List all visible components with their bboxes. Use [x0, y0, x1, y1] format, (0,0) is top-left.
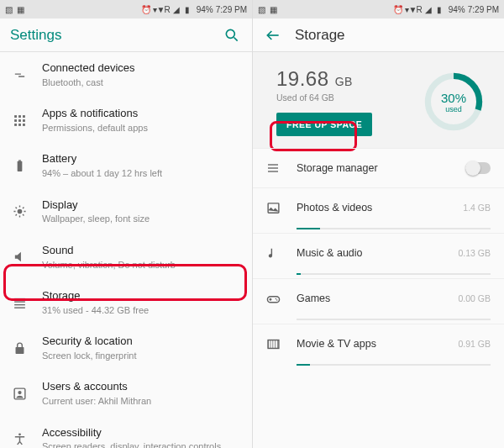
settings-row-sound[interactable]: SoundVolume, vibration, Do not disturb [0, 235, 252, 280]
lock-icon [10, 339, 29, 357]
storage-hero: 19.68 GB Used of 64 GB FREE UP SPACE 30%… [253, 52, 504, 148]
cat-size: 0.13 GB [458, 248, 491, 258]
cat-usage-bar [297, 364, 491, 366]
svg-rect-4 [23, 115, 25, 118]
svg-point-30 [275, 298, 276, 298]
roaming-indicator: R [417, 5, 423, 14]
svg-rect-15 [14, 301, 25, 302]
storage-title: Storage [295, 27, 494, 44]
settings-list: Connected devicesBluetooth, castApps & n… [0, 52, 252, 448]
ring-used-label: used [445, 105, 462, 113]
storage-manager-row[interactable]: Storage manager [253, 148, 504, 187]
cat-usage-bar [297, 319, 491, 320]
svg-rect-2 [14, 115, 17, 118]
usage-ring: 30% used [423, 71, 484, 132]
svg-rect-12 [18, 160, 21, 161]
row-sublabel: 31% used - 44.32 GB free [42, 304, 240, 316]
row-sublabel: Screen lock, fingerprint [42, 350, 240, 361]
battery-icon: ▮ [185, 5, 194, 14]
row-label: Sound [42, 244, 240, 258]
row-sublabel: Volume, vibration, Do not disturb [42, 259, 240, 271]
row-label: Display [42, 198, 240, 213]
row-sublabel: Bluetooth, cast [42, 76, 240, 88]
status-bar: ▧ ▦ ⏰ ▾▼ R ◢ ▮ 94% 7:29 PM [253, 0, 504, 18]
storage-cat-music[interactable]: Music & audio0.13 GB [253, 233, 504, 278]
storage-screen: ▧ ▦ ⏰ ▾▼ R ◢ ▮ 94% 7:29 PM Storage 19. [252, 0, 504, 448]
search-icon[interactable] [222, 25, 242, 45]
svg-point-31 [276, 299, 277, 300]
movie-icon [265, 335, 281, 352]
svg-rect-9 [18, 124, 21, 126]
svg-rect-29 [267, 296, 279, 302]
svg-point-13 [17, 209, 22, 214]
cat-label: Photos & videos [297, 202, 463, 213]
signal-icon: ▾▼ [405, 5, 414, 14]
clock: 7:29 PM [216, 5, 247, 14]
row-label: Battery [42, 152, 240, 166]
roaming-indicator: R [165, 5, 171, 14]
svg-rect-25 [268, 164, 278, 165]
settings-row-user[interactable]: Users & accountsCurrent user: Akhil Mith… [0, 371, 252, 416]
svg-rect-26 [268, 167, 278, 168]
settings-row-link[interactable]: Connected devicesBluetooth, cast [0, 52, 252, 98]
row-sublabel: Wallpaper, sleep, font size [42, 213, 240, 224]
used-number: 19.68 [276, 67, 329, 90]
storage-cat-movie[interactable]: Movie & TV apps0.91 GB [253, 324, 504, 369]
settings-row-brightness[interactable]: DisplayWallpaper, sleep, font size [0, 189, 252, 235]
settings-row-storage[interactable]: Storage31% used - 44.32 GB free [0, 280, 252, 325]
cat-size: 0.91 GB [458, 339, 491, 349]
music-icon [265, 245, 281, 261]
svg-rect-7 [23, 119, 25, 122]
svg-point-21 [18, 434, 21, 436]
settings-row-accessibility[interactable]: AccessibilityScreen readers, display, in… [0, 417, 252, 449]
storage-cat-photo[interactable]: Photos & videos1.4 GB [253, 187, 504, 233]
svg-rect-10 [23, 124, 25, 126]
settings-row-lock[interactable]: Security & locationScreen lock, fingerpr… [0, 325, 252, 371]
clock: 7:29 PM [468, 5, 499, 14]
used-unit: GB [335, 75, 353, 88]
notif-icon: ▦ [17, 5, 26, 14]
storage-manager-toggle[interactable] [465, 162, 491, 174]
alarm-icon: ⏰ [141, 5, 150, 14]
svg-rect-11 [17, 161, 22, 171]
cat-label: Games [297, 293, 458, 304]
cat-usage-bar [297, 273, 491, 275]
svg-rect-14 [14, 298, 25, 298]
battery-icon: ▮ [437, 5, 446, 14]
alarm-icon: ⏰ [393, 5, 402, 14]
free-up-space-button[interactable]: FREE UP SPACE [276, 113, 372, 136]
storage-icon [10, 293, 29, 312]
used-amount: 19.68 GB [276, 67, 417, 91]
row-sublabel: Current user: Akhil Mithran [42, 395, 240, 407]
settings-row-apps[interactable]: Apps & notificationsPermissions, default… [0, 98, 252, 143]
svg-rect-32 [268, 340, 279, 348]
storage-manager-label: Storage manager [297, 162, 465, 174]
back-icon[interactable] [263, 25, 283, 45]
svg-rect-16 [14, 303, 25, 304]
link-icon [10, 66, 29, 84]
row-sublabel: 94% – about 1 day 12 hrs left [42, 167, 240, 179]
notif-icon: ▦ [270, 5, 279, 14]
storage-categories: Photos & videos1.4 GBMusic & audio0.13 G… [253, 187, 504, 369]
signal-icon: ▾▼ [153, 5, 162, 14]
row-label: Users & accounts [42, 380, 240, 394]
settings-row-battery[interactable]: Battery94% – about 1 day 12 hrs left [0, 143, 252, 188]
settings-screen: ▧ ▦ ⏰ ▾▼ R ◢ ▮ 94% 7:29 PM Settings Conn… [0, 0, 252, 448]
games-icon [265, 290, 281, 307]
picture-icon: ▧ [5, 5, 14, 14]
row-sublabel: Permissions, default apps [42, 122, 240, 134]
picture-icon: ▧ [258, 5, 267, 14]
battery-icon [10, 156, 29, 175]
svg-rect-5 [14, 119, 17, 122]
cat-size: 0.00 GB [458, 293, 491, 303]
cat-usage-bar [297, 228, 491, 229]
status-bar: ▧ ▦ ⏰ ▾▼ R ◢ ▮ 94% 7:29 PM [0, 0, 252, 18]
apps-icon [10, 111, 29, 129]
svg-rect-8 [14, 124, 17, 126]
svg-point-20 [18, 391, 21, 394]
user-icon [10, 384, 29, 403]
storage-cat-games[interactable]: Games0.00 GB [253, 278, 504, 324]
svg-rect-18 [15, 347, 24, 354]
settings-appbar: Settings [0, 18, 252, 52]
brightness-icon [10, 203, 29, 221]
